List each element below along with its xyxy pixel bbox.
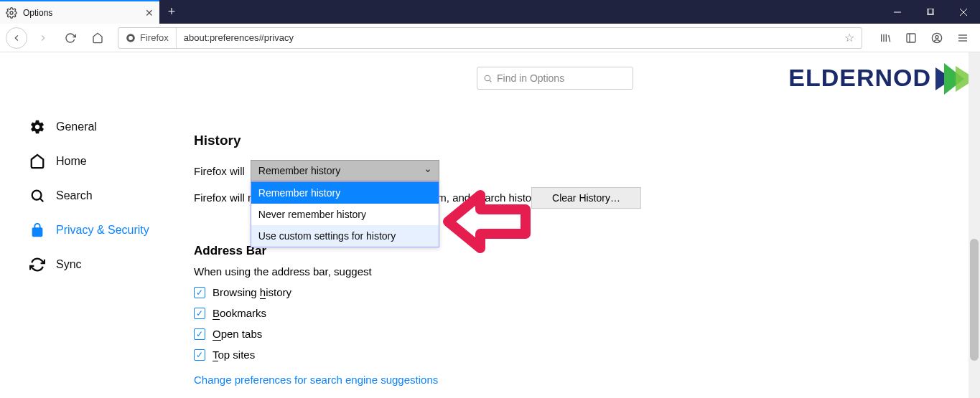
reload-button[interactable] xyxy=(59,27,82,49)
sidebar-item-home[interactable]: Home xyxy=(29,144,165,179)
preferences-sidebar: General Home Search Privacy & Security S… xyxy=(0,52,165,398)
url-text: about:preferences#privacy xyxy=(177,32,837,43)
sidebar-item-search[interactable]: Search xyxy=(29,179,165,213)
identity-label: Firefox xyxy=(140,32,169,43)
browser-tab[interactable]: Options ✕ xyxy=(0,0,159,24)
sidebar-item-label: Privacy & Security xyxy=(56,224,149,237)
chevron-down-icon xyxy=(424,165,431,176)
history-mode-row: Firefox will Remember history Remember h… xyxy=(194,160,980,181)
svg-point-0 xyxy=(10,11,13,14)
sidebar-item-sync[interactable]: Sync xyxy=(29,247,165,282)
checkbox-icon[interactable]: ✓ xyxy=(194,349,205,361)
home-icon xyxy=(29,153,46,170)
forward-button[interactable] xyxy=(32,27,55,49)
search-suggestions-link[interactable]: Change preferences for search engine sug… xyxy=(194,374,980,386)
library-icon[interactable] xyxy=(874,27,897,49)
check-label: Bookmarks xyxy=(213,307,266,319)
dropdown-option-never[interactable]: Never remember history xyxy=(251,204,439,225)
window-controls xyxy=(881,0,980,24)
check-label: Open tabs xyxy=(213,328,262,340)
checkbox-icon[interactable]: ✓ xyxy=(194,287,205,298)
account-icon[interactable] xyxy=(925,27,948,49)
svg-rect-12 xyxy=(907,34,915,42)
history-prefix: Firefox will xyxy=(194,165,245,177)
check-top-sites[interactable]: ✓ Top sites xyxy=(194,349,980,361)
history-desc-suffix: m, and search history. xyxy=(437,191,542,204)
minimize-button[interactable] xyxy=(881,0,914,24)
sidebar-item-label: Search xyxy=(56,189,93,202)
svg-point-7 xyxy=(129,36,133,40)
new-tab-button[interactable]: + xyxy=(159,0,184,24)
checkbox-icon[interactable]: ✓ xyxy=(194,308,205,319)
tab-title: Options xyxy=(23,8,52,18)
clear-history-button[interactable]: Clear History… xyxy=(531,187,641,209)
check-label: Top sites xyxy=(213,349,255,361)
gear-icon xyxy=(29,118,46,136)
find-in-options[interactable]: Find in Options xyxy=(477,67,633,90)
url-bar[interactable]: Firefox about:preferences#privacy ☆ xyxy=(118,27,862,49)
sidebar-item-label: General xyxy=(56,120,97,133)
sidebar-item-label: Sync xyxy=(56,258,82,271)
logo-text: ELDERNOD xyxy=(788,64,931,92)
dropdown-option-remember[interactable]: Remember history xyxy=(251,182,439,204)
sync-icon xyxy=(29,256,46,273)
checkbox-icon[interactable]: ✓ xyxy=(194,328,205,340)
menu-icon[interactable] xyxy=(951,27,974,49)
svg-line-20 xyxy=(40,199,43,202)
bookmark-star-icon[interactable]: ☆ xyxy=(837,31,862,44)
history-mode-select[interactable]: Remember history Remember history Never … xyxy=(251,160,439,181)
vertical-scrollbar[interactable] xyxy=(969,52,980,398)
maximize-button[interactable] xyxy=(914,0,947,24)
close-tab-icon[interactable]: ✕ xyxy=(145,7,154,19)
svg-point-21 xyxy=(485,75,490,81)
logo-graphic-icon: E xyxy=(935,63,970,92)
sidebar-item-general[interactable]: General xyxy=(29,110,165,144)
search-placeholder: Find in Options xyxy=(497,72,564,84)
scrollbar-thumb[interactable] xyxy=(970,239,979,361)
close-window-button[interactable] xyxy=(947,0,980,24)
svg-point-15 xyxy=(935,35,938,38)
select-value: Remember history xyxy=(258,165,340,176)
history-dropdown: Remember history Never remember history … xyxy=(251,181,439,247)
svg-line-22 xyxy=(490,80,491,82)
check-bookmarks[interactable]: ✓ Bookmarks xyxy=(194,307,980,319)
title-bar: Options ✕ + xyxy=(0,0,980,24)
check-label: Browsing history xyxy=(213,286,291,298)
identity-box[interactable]: Firefox xyxy=(118,28,177,48)
back-button[interactable] xyxy=(6,27,27,49)
check-browsing-history[interactable]: ✓ Browsing history xyxy=(194,286,980,298)
search-icon xyxy=(29,187,46,204)
history-desc-prefix: Firefox will r xyxy=(194,191,251,204)
gear-icon xyxy=(6,7,17,19)
check-open-tabs[interactable]: ✓ Open tabs xyxy=(194,328,980,340)
sidebar-item-label: Home xyxy=(56,155,87,168)
content-area: General Home Search Privacy & Security S… xyxy=(0,52,980,398)
search-icon xyxy=(483,74,493,83)
home-button[interactable] xyxy=(86,27,109,49)
dropdown-option-custom[interactable]: Use custom settings for history xyxy=(251,225,439,247)
main-panel: Find in Options History Firefox will Rem… xyxy=(165,52,980,398)
sidebar-item-privacy[interactable]: Privacy & Security xyxy=(29,213,165,247)
addressbar-subtext: When using the address bar, suggest xyxy=(194,265,980,278)
sidebar-toggle-icon[interactable] xyxy=(900,27,923,49)
nav-toolbar: Firefox about:preferences#privacy ☆ xyxy=(0,24,980,52)
svg-rect-2 xyxy=(927,9,933,14)
svg-rect-3 xyxy=(928,9,934,14)
svg-point-19 xyxy=(32,191,42,200)
lock-icon xyxy=(29,222,46,239)
history-heading: History xyxy=(194,133,980,148)
svg-line-11 xyxy=(889,35,890,42)
firefox-icon xyxy=(126,33,136,43)
eldernode-logo: ELDERNOD E xyxy=(788,63,970,92)
